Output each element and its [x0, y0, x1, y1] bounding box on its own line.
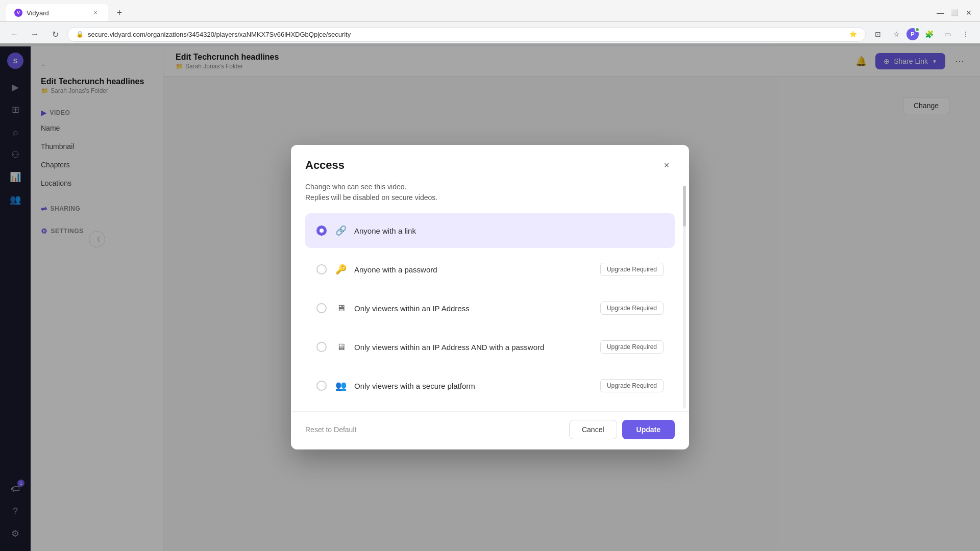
scrollbar-thumb — [683, 186, 686, 227]
tab-close-button[interactable]: × — [91, 8, 100, 17]
tab-favicon: V — [14, 9, 22, 17]
password-icon: 🔑 — [334, 262, 348, 277]
ip-icon: 🖥 — [334, 301, 348, 315]
access-modal: Access × Change who can see this video. … — [291, 145, 689, 449]
ip-password-label: Only viewers within an IP Address AND wi… — [354, 343, 600, 352]
address-bar[interactable]: 🔒 secure.vidyard.com/organizations/34543… — [67, 27, 866, 42]
modal-description: Change who can see this video. Replies w… — [305, 182, 675, 203]
upgrade-badge-ip: Upgrade Required — [600, 302, 664, 315]
new-tab-button[interactable]: + — [112, 6, 127, 20]
browser-chrome: V Vidyard × + — ⬜ ✕ ← → ↻ 🔒 secure.vidya… — [0, 0, 980, 46]
radio-password[interactable] — [316, 264, 327, 274]
reset-to-default-link[interactable]: Reset to Default — [305, 425, 356, 434]
secure-platform-label: Only viewers with a secure platform — [354, 382, 600, 390]
link-icon: 🔗 — [334, 223, 348, 238]
close-window-button[interactable]: ✕ — [964, 8, 974, 18]
modal-header: Access × — [291, 145, 689, 182]
sidebar-toggle-button[interactable]: ▭ — [939, 26, 955, 42]
ip-password-icon: 🖥 — [334, 340, 348, 354]
modal-description-line1: Change who can see this video. — [305, 182, 675, 192]
update-button[interactable]: Update — [622, 420, 675, 439]
upgrade-badge-ip-password: Upgrade Required — [600, 340, 664, 354]
cancel-button[interactable]: Cancel — [569, 420, 617, 439]
radio-secure-platform[interactable] — [316, 381, 327, 391]
scrollbar-track — [683, 186, 686, 409]
refresh-button[interactable]: ↻ — [47, 26, 63, 42]
modal-close-button[interactable]: × — [658, 157, 675, 173]
upgrade-badge-password: Upgrade Required — [600, 263, 664, 276]
extensions-button[interactable]: 🧩 — [921, 26, 937, 42]
tab-title: Vidyard — [27, 9, 49, 17]
modal-description-line2: Replies will be disabled on secure video… — [305, 192, 675, 203]
modal-footer-actions: Cancel Update — [569, 420, 675, 439]
ip-label: Only viewers within an IP Address — [354, 304, 600, 313]
more-options-button[interactable]: ⋮ — [958, 26, 974, 42]
password-label: Anyone with a password — [354, 265, 600, 274]
url-text: secure.vidyard.com/organizations/3454320… — [88, 31, 845, 38]
bookmark-button[interactable]: ☆ — [888, 26, 904, 42]
access-option-password[interactable]: 🔑 Anyone with a password Upgrade Require… — [305, 252, 675, 287]
modal-title: Access — [305, 159, 345, 172]
browser-actions: ⊡ ☆ P 🧩 ▭ ⋮ — [870, 26, 974, 42]
cast-button[interactable]: ⊡ — [870, 26, 886, 42]
access-option-ip[interactable]: 🖥 Only viewers within an IP Address Upgr… — [305, 291, 675, 325]
modal-body: Change who can see this video. Replies w… — [291, 182, 689, 411]
app: S ▶ ⊞ ⌕ ⚇ 📊 👥 🏷 1 — [0, 46, 980, 551]
modal-footer: Reset to Default Cancel Update — [291, 411, 689, 449]
anyone-link-label: Anyone with a link — [354, 227, 664, 235]
access-option-ip-password[interactable]: 🖥 Only viewers within an IP Address AND … — [305, 330, 675, 364]
access-option-anyone-link[interactable]: 🔗 Anyone with a link — [305, 213, 675, 248]
secure-platform-icon: 👥 — [334, 379, 348, 393]
profile-button[interactable]: P — [906, 28, 919, 40]
maximize-button[interactable]: ⬜ — [949, 8, 960, 18]
radio-ip[interactable] — [316, 303, 327, 313]
minimize-button[interactable]: — — [935, 8, 945, 18]
radio-anyone-link[interactable] — [316, 226, 327, 236]
main-area: Edit Techcrunch headlines 📁 Sarah Jonas'… — [163, 46, 980, 551]
browser-tab[interactable]: V Vidyard × — [6, 4, 108, 21]
upgrade-badge-secure-platform: Upgrade Required — [600, 379, 664, 392]
browser-toolbar: ← → ↻ 🔒 secure.vidyard.com/organizations… — [0, 21, 980, 46]
modal-scrollbar[interactable] — [683, 186, 686, 409]
modal-overlay: Access × Change who can see this video. … — [0, 43, 980, 551]
radio-ip-password[interactable] — [316, 342, 327, 352]
forward-button[interactable]: → — [27, 26, 43, 42]
back-button[interactable]: ← — [6, 26, 22, 42]
browser-titlebar: V Vidyard × + — ⬜ ✕ — [0, 0, 980, 21]
access-option-secure-platform[interactable]: 👥 Only viewers with a secure platform Up… — [305, 368, 675, 403]
